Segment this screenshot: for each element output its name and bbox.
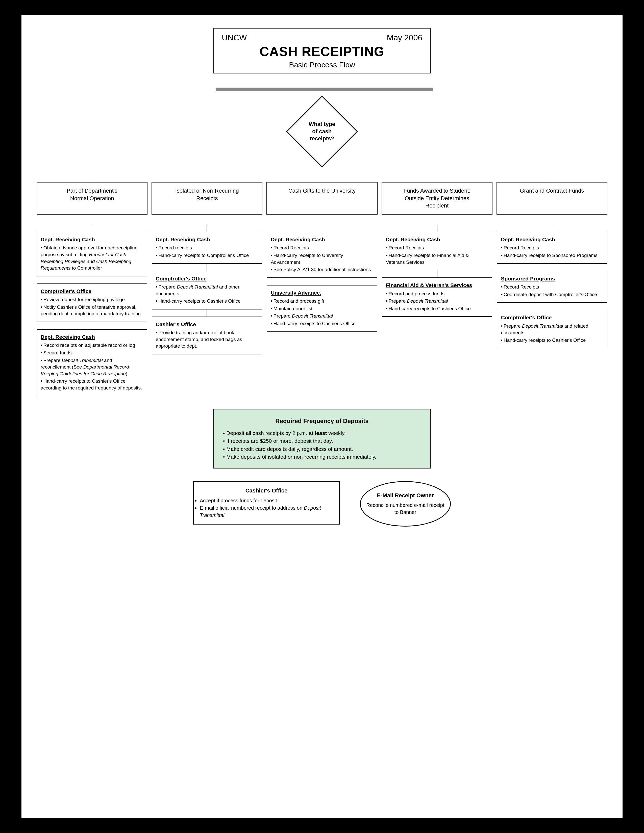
green-box-item4: Make deposits of isolated or non-recurri… xyxy=(223,453,421,461)
col5-dept1-item2: Hand-carry receipts to Sponsored Program… xyxy=(501,252,603,259)
decision-diamond: What typeof cashreceipts? xyxy=(287,96,358,167)
col2-comp1-item1: Prepare Deposit Transmittal and other do… xyxy=(156,284,258,297)
col2-dept1-item1: Record receipts xyxy=(156,244,258,251)
col2-dept1-title: Dept. Receiving Cash xyxy=(156,236,258,243)
col1-dept2-list: Record receipts on adjustable record or … xyxy=(41,342,143,391)
cashier-final-title: Cashier's Office xyxy=(200,487,333,495)
category-box-1: Part of Department'sNormal Operation xyxy=(37,182,148,215)
green-box-item3: Make credit card deposits daily, regardl… xyxy=(223,445,421,453)
col1-v2 xyxy=(92,277,92,283)
col3-dept1-title: Dept. Receiving Cash xyxy=(271,236,373,243)
green-box: Required Frequency of Deposits Deposit a… xyxy=(213,409,431,468)
col5-comp1-item1: Prepare Deposit Transmittal and related … xyxy=(501,323,603,336)
col2-cashier-item1: Provide training and/or receipt book, en… xyxy=(156,330,258,350)
col4-finaid-item2: Prepare Deposit Transmittal xyxy=(386,298,488,305)
col2-dept1-list: Record receipts Hand-carry receipts to C… xyxy=(156,244,258,259)
col5-v2 xyxy=(552,264,552,271)
col1-comp1-title: Comptroller's Office xyxy=(41,288,143,295)
col4-v1 xyxy=(437,225,438,232)
col1-dept2-item2: Secure funds xyxy=(41,350,143,356)
flow-columns: Dept. Receiving Cash Obtain advance appr… xyxy=(37,225,607,396)
green-box-list: Deposit all cash receipts by 2 p.m. at l… xyxy=(223,429,421,461)
col1-comptroller-box: Comptroller's Office Review request for … xyxy=(37,283,147,322)
col5-comp1-item2: Hand-carry receipts to Cashier's Office xyxy=(501,337,603,344)
category-box-3: Cash Gifts to the University xyxy=(266,182,377,215)
col3-uadvance-item2: Maintain donor list xyxy=(271,306,373,312)
green-box-title: Required Frequency of Deposits xyxy=(223,416,421,426)
col5-sponsored-item2: Coordinate deposit with Comptroller's Of… xyxy=(501,291,603,298)
col2-dept-box-1: Dept. Receiving Cash Record receipts Han… xyxy=(152,232,262,264)
col3-dept1-list: Record Receipts Hand-carry receipts to U… xyxy=(271,244,373,273)
green-box-item2: If receipts are $250 or more, deposit th… xyxy=(223,437,421,445)
col3-uadvance-title: University Advance. xyxy=(271,289,373,296)
category-box-4: Funds Awarded to Student:Outside Entity … xyxy=(382,182,493,215)
col2-comptroller-box: Comptroller's Office Prepare Deposit Tra… xyxy=(152,271,262,309)
col1-dept-box-1: Dept. Receiving Cash Obtain advance appr… xyxy=(37,232,147,277)
col5-sponsored-list: Record Receipts Coordinate deposit with … xyxy=(501,284,603,298)
col2-v1 xyxy=(206,225,207,232)
col1-dept2-item1: Record receipts on adjustable record or … xyxy=(41,342,143,349)
col3-v2 xyxy=(322,278,322,285)
col3-dept1-item2: Hand-carry receipts to University Advanc… xyxy=(271,252,373,265)
col3-uadvance-list: Record and process gift Maintain donor l… xyxy=(271,298,373,327)
col3-uadvance-box: University Advance. Record and process g… xyxy=(267,285,377,332)
col1-dept1-item1: Obtain advance approval for each receipt… xyxy=(41,244,143,271)
cashier-final-box: Cashier's Office Accept if process funds… xyxy=(193,481,340,525)
col2-dept1-item2: Hand-carry receipts to Comptroller's Off… xyxy=(156,252,258,259)
col2-comp1-title: Comptroller's Office xyxy=(156,275,258,282)
col-1-flow: Dept. Receiving Cash Obtain advance appr… xyxy=(37,225,147,396)
col1-v1 xyxy=(92,225,92,232)
col2-cashier-list: Provide training and/or receipt book, en… xyxy=(156,330,258,350)
col-4-flow: Dept. Receiving Cash Record Receipts Han… xyxy=(382,225,493,396)
col3-uadvance-item3: Prepare Deposit Transmittal xyxy=(271,313,373,320)
col3-uadvance-item1: Record and process gift xyxy=(271,298,373,305)
col3-v1 xyxy=(322,225,322,232)
col5-v1 xyxy=(552,225,552,232)
email-owner-text: Reconcile numbered e-mail receipt to Ban… xyxy=(365,502,446,516)
col2-v3 xyxy=(206,309,207,317)
col4-finaid-box: Financial Aid & Veteran's Services Recor… xyxy=(382,277,493,317)
col1-dept1-title: Dept. Receiving Cash xyxy=(41,236,143,243)
col1-comp1-item2: Notify Cashier's Office of tentative app… xyxy=(41,304,143,317)
col2-cashier-box: Cashier's Office Provide training and/or… xyxy=(152,317,262,354)
branch-svg xyxy=(37,169,607,182)
col5-sponsored-title: Sponsored Programs xyxy=(501,275,603,282)
col3-dept1-item1: Record Receipts xyxy=(271,244,373,251)
col4-dept1-item1: Record Receipts xyxy=(386,244,488,251)
header-box: UNCW May 2006 CASH RECEIPTING Basic Proc… xyxy=(213,28,431,74)
col5-sponsored-box: Sponsored Programs Record Receipts Coord… xyxy=(497,271,607,303)
col2-v2 xyxy=(206,264,207,271)
col4-finaid-title: Financial Aid & Veteran's Services xyxy=(386,281,488,289)
col4-dept1-title: Dept. Receiving Cash xyxy=(386,236,488,243)
col1-dept-box-2: Dept. Receiving Cash Record receipts on … xyxy=(37,329,147,396)
col5-dept1-title: Dept. Receiving Cash xyxy=(501,236,603,243)
col4-v2 xyxy=(437,270,438,277)
email-owner-oval: E-Mail Receipt Owner Reconcile numbered … xyxy=(360,481,451,527)
header-subtitle: Basic Process Flow xyxy=(222,61,422,69)
green-box-container: Required Frequency of Deposits Deposit a… xyxy=(37,409,607,468)
col5-sponsored-item1: Record Receipts xyxy=(501,284,603,291)
col2-cashier-title: Cashier's Office xyxy=(156,321,258,328)
green-box-item1: Deposit all cash receipts by 2 p.m. at l… xyxy=(223,429,421,437)
col4-dept1-item2: Hand-carry receipts to Financial Aid & V… xyxy=(386,252,488,265)
col4-finaid-list: Record and process funds Prepare Deposit… xyxy=(386,291,488,312)
col1-dept2-item4: Hand-carry receipts to Cashier's Office … xyxy=(41,378,143,391)
decision-diamond-container: What typeof cashreceipts? xyxy=(37,106,607,157)
col1-dept2-item3: Prepare Deposit Transmittal and reconcil… xyxy=(41,357,143,377)
bottom-row: Cashier's Office Accept if process funds… xyxy=(37,481,607,527)
col1-comp1-list: Review request for receipting privilege … xyxy=(41,296,143,317)
col5-comp1-list: Prepare Deposit Transmittal and related … xyxy=(501,323,603,344)
col5-comp1-title: Comptroller's Office xyxy=(501,314,603,321)
col-2-flow: Dept. Receiving Cash Record receipts Han… xyxy=(152,225,262,396)
col3-dept1-item3: See Policy ADV1.30 for additional instru… xyxy=(271,266,373,273)
col4-dept1-list: Record Receipts Hand-carry receipts to F… xyxy=(386,244,488,265)
col4-finaid-item3: Hand-carry receipts to Cashier's Office xyxy=(386,306,488,312)
cashier-final-list: Accept if process funds for deposit. E-m… xyxy=(200,497,333,519)
col-5-flow: Dept. Receiving Cash Record Receipts Han… xyxy=(497,225,607,396)
category-box-2: Isolated or Non-RecurringReceipts xyxy=(151,182,262,215)
diamond-label: What typeof cashreceipts? xyxy=(309,121,335,142)
cashier-final-item1: Accept if process funds for deposit. xyxy=(200,497,333,504)
col1-dept1-list: Obtain advance approval for each receipt… xyxy=(41,244,143,271)
col-3-flow: Dept. Receiving Cash Record Receipts Han… xyxy=(267,225,377,396)
col4-finaid-item1: Record and process funds xyxy=(386,291,488,298)
